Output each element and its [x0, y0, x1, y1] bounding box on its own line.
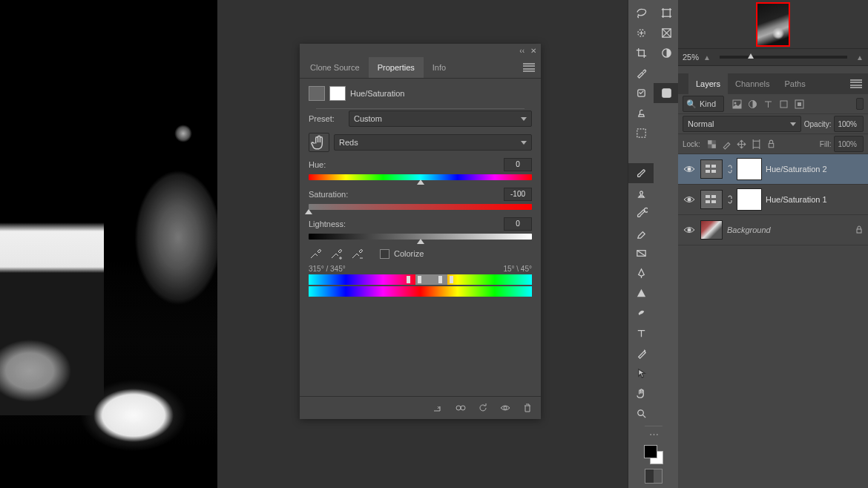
- zoom-slider-thumb[interactable]: [748, 53, 754, 59]
- toggle-visibility-icon[interactable]: [499, 402, 511, 414]
- filter-type-icon[interactable]: [763, 99, 774, 110]
- clip-to-layer-icon[interactable]: [433, 402, 444, 414]
- pen-tool-alt[interactable]: [628, 343, 654, 363]
- mask-icon[interactable]: [329, 86, 346, 101]
- clone-stamp-tool[interactable]: [628, 103, 654, 123]
- filter-adjust-icon[interactable]: [747, 99, 758, 110]
- reset-icon[interactable]: [477, 402, 489, 414]
- zoom-readout[interactable]: 25%: [683, 53, 699, 62]
- layer-filter-kind[interactable]: 🔍 Kind: [683, 96, 724, 112]
- layer-row[interactable]: Hue/Saturation 1: [678, 185, 868, 215]
- navigator-thumbnail[interactable]: [756, 2, 790, 47]
- visibility-toggle-icon[interactable]: [683, 223, 696, 237]
- quick-select-tool[interactable]: [628, 23, 654, 43]
- link-mask-icon[interactable]: [727, 194, 733, 205]
- range-handle[interactable]: [438, 276, 442, 283]
- saturation-slider-thumb[interactable]: [305, 209, 312, 214]
- quick-mask-toggle[interactable]: [645, 469, 662, 484]
- zoom-tool[interactable]: [628, 403, 654, 423]
- tab-clone-source[interactable]: Clone Source: [301, 57, 369, 78]
- zoom-slider[interactable]: [720, 56, 847, 59]
- eraser-tool[interactable]: [628, 223, 654, 243]
- collapsed-panel-icon[interactable]: [654, 83, 679, 103]
- panel-close-icon[interactable]: ✕: [530, 47, 536, 55]
- tab-properties[interactable]: Properties: [369, 57, 424, 78]
- navigator-panel[interactable]: [678, 0, 868, 49]
- lock-pixels-icon[interactable]: [721, 139, 732, 150]
- fill-input[interactable]: 100%: [834, 136, 864, 152]
- tab-channels[interactable]: Channels: [728, 73, 777, 94]
- color-range-bar[interactable]: [309, 274, 532, 285]
- color-swatches[interactable]: [644, 445, 663, 464]
- filter-smart-icon[interactable]: [794, 99, 805, 110]
- layers-panel-menu-icon[interactable]: [850, 79, 862, 88]
- lock-position-icon[interactable]: [736, 139, 747, 150]
- adjustment-icon[interactable]: [654, 43, 679, 63]
- brush-tool[interactable]: [628, 163, 654, 183]
- range-handle[interactable]: [407, 276, 410, 283]
- lock-icon[interactable]: [855, 225, 864, 234]
- targeted-adjust-tool[interactable]: [309, 133, 329, 152]
- filter-shape-icon[interactable]: [778, 99, 789, 110]
- layer-name[interactable]: Hue/Saturation 2: [766, 165, 827, 174]
- hue-value-input[interactable]: 0: [504, 158, 532, 171]
- layer-row[interactable]: Background: [678, 215, 868, 245]
- foreground-swatch[interactable]: [644, 445, 657, 458]
- saturation-slider[interactable]: [309, 204, 532, 210]
- hue-slider[interactable]: [309, 174, 532, 180]
- toolbar-more[interactable]: ⋯: [649, 429, 659, 441]
- history-brush-tool[interactable]: [628, 203, 654, 223]
- preset-select[interactable]: Custom: [349, 111, 532, 127]
- filter-pixel-icon[interactable]: [731, 99, 743, 110]
- eyedropper-tool[interactable]: [628, 63, 654, 83]
- link-mask-icon[interactable]: [727, 164, 733, 174]
- crop-tool[interactable]: [628, 43, 654, 63]
- lightness-value-input[interactable]: 0: [504, 217, 532, 231]
- smudge-tool[interactable]: [628, 303, 654, 323]
- layer-mask-thumb[interactable]: [737, 189, 761, 210]
- layer-filter-toggle[interactable]: [856, 98, 864, 110]
- layer-row[interactable]: Hue/Saturation 2: [678, 154, 868, 185]
- visibility-toggle-icon[interactable]: [683, 193, 696, 206]
- document-canvas[interactable]: [0, 0, 217, 488]
- lock-all-icon[interactable]: [766, 139, 777, 150]
- lock-artboard-icon[interactable]: [751, 139, 762, 150]
- eyedropper-add[interactable]: [329, 247, 343, 260]
- view-previous-icon[interactable]: [455, 402, 467, 414]
- layer-mask-thumb[interactable]: [737, 159, 761, 179]
- layer-name[interactable]: Hue/Saturation 1: [766, 195, 827, 204]
- panel-collapse-icon[interactable]: ‹‹: [519, 47, 525, 55]
- eyedropper-set[interactable]: [309, 247, 322, 260]
- range-handle[interactable]: [418, 276, 421, 283]
- opacity-input[interactable]: 100%: [834, 116, 864, 132]
- colorize-checkbox[interactable]: Colorize: [380, 249, 424, 259]
- pen-tool[interactable]: [628, 263, 654, 283]
- hue-slider-thumb[interactable]: [417, 179, 424, 185]
- visibility-toggle-icon[interactable]: [683, 162, 696, 176]
- layer-name[interactable]: Background: [727, 225, 771, 234]
- range-handle[interactable]: [450, 276, 453, 283]
- blend-mode-select[interactable]: Normal: [683, 116, 801, 132]
- healing-brush-tool[interactable]: [628, 83, 654, 103]
- type-tool[interactable]: [628, 323, 654, 343]
- shape-tool[interactable]: [628, 283, 654, 303]
- gradient-tool[interactable]: [628, 243, 654, 263]
- zoom-out-icon[interactable]: ▲: [703, 53, 711, 62]
- eyedropper-subtract[interactable]: [350, 247, 364, 260]
- stamp-tool[interactable]: [628, 183, 654, 203]
- tab-layers[interactable]: Layers: [688, 73, 728, 94]
- frame-tool[interactable]: [654, 23, 679, 43]
- tab-paths[interactable]: Paths: [777, 73, 813, 94]
- marquee-tool[interactable]: [628, 123, 654, 143]
- hand-tool[interactable]: [628, 383, 654, 403]
- delete-icon[interactable]: [522, 402, 533, 414]
- path-select-tool[interactable]: [628, 363, 654, 383]
- saturation-value-input[interactable]: -100: [504, 188, 532, 201]
- panel-menu-icon[interactable]: [523, 63, 535, 72]
- lasso-tool[interactable]: [628, 3, 654, 23]
- channel-select[interactable]: Reds: [334, 134, 532, 151]
- zoom-in-icon[interactable]: ▲: [856, 53, 864, 62]
- lock-transparency-icon[interactable]: [706, 139, 717, 150]
- lightness-slider[interactable]: [309, 234, 532, 240]
- tab-info[interactable]: Info: [424, 57, 455, 78]
